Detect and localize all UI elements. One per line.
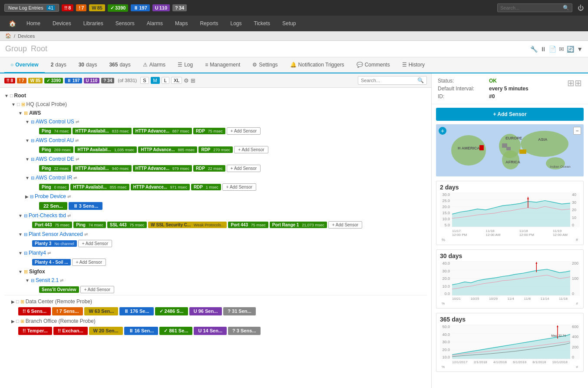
- power-icon[interactable]: ⏻: [578, 4, 584, 11]
- aws-ir-add-sensor[interactable]: + Add Sensor: [222, 183, 256, 191]
- dc-badge-gray[interactable]: ? 31 Sen...: [223, 307, 255, 315]
- datacenter-expand[interactable]: ▶: [11, 299, 15, 304]
- nav-setup[interactable]: Setup: [276, 16, 302, 31]
- badge-gray-unknown[interactable]: ? 34: [172, 4, 187, 11]
- probe-device-badge-green[interactable]: 22 Sen...: [39, 202, 67, 210]
- planty4-expand[interactable]: ▼: [18, 251, 23, 255]
- size-m[interactable]: M: [151, 77, 160, 84]
- toolbar-badge-purple[interactable]: U 110: [84, 78, 100, 83]
- aws-ir-http-adv[interactable]: HTTP Advance... 971 msec: [131, 184, 190, 190]
- document-icon[interactable]: 📄: [549, 46, 556, 53]
- sensit-node[interactable]: ▼ ⊟ Sensit 2.1 ⇌: [25, 276, 427, 285]
- map-zoom-in[interactable]: +: [439, 127, 446, 135]
- nav-tickets[interactable]: Tickets: [248, 16, 277, 31]
- toolbar-search-input[interactable]: [361, 78, 417, 83]
- badge-purple-unknown[interactable]: U 110: [152, 4, 170, 11]
- aws-group-node[interactable]: ▼ ⊞ AWS: [18, 109, 427, 117]
- branch-node[interactable]: ▶ □ ⊞ Branch Office (Remote Probe): [11, 317, 427, 325]
- badge-orange-warn[interactable]: ! 7: [76, 4, 86, 11]
- nav-sensors[interactable]: Sensors: [109, 16, 141, 31]
- dc-badge-blue[interactable]: ⏸ 176 Se...: [119, 307, 153, 315]
- branch-badge-exchan[interactable]: !! Exchan...: [53, 327, 88, 335]
- aws-de-http-avail[interactable]: HTTP Availabil... 940 msec: [73, 165, 131, 172]
- aws-us-http-adv[interactable]: HTTP Advance... 887 msec: [133, 128, 192, 134]
- port-443-2[interactable]: Port 443 75 msec: [228, 222, 268, 228]
- dc-badge-green[interactable]: ✓ 2486 S...: [155, 307, 188, 315]
- new-log-button[interactable]: New Log Entries 41: [4, 4, 59, 12]
- plant-sensor-node[interactable]: ▼ ⊟ Plant Sensor Advanced ⇌: [18, 230, 427, 239]
- datacenter-node[interactable]: ▶ □ ⊞ Data Center (Remote Probe): [11, 297, 427, 306]
- aws-us-ping[interactable]: Ping 74 msec: [39, 128, 71, 134]
- port-range-1[interactable]: Port Range 1 21,073 msec: [270, 222, 327, 228]
- aws-ir-ping[interactable]: Ping 0 msec: [39, 184, 69, 190]
- nav-alarms[interactable]: Alarms: [141, 16, 169, 31]
- dc-badge-purple[interactable]: U 96 Sen...: [189, 307, 222, 315]
- tab-30days[interactable]: 30 days: [73, 57, 103, 73]
- sensit-expand[interactable]: ▼: [25, 278, 30, 283]
- planty4-soil[interactable]: Planty 4 - Soil ...: [32, 259, 71, 265]
- root-expand-icon[interactable]: ▼: [4, 93, 9, 98]
- aws-ir-expand[interactable]: ▼: [25, 176, 30, 180]
- probe-device-badge-blue[interactable]: ⏸ 3 Sens...: [69, 202, 103, 210]
- email-icon[interactable]: ✉: [559, 46, 564, 53]
- port-443[interactable]: Port 443 75 msec: [32, 222, 72, 228]
- hq-expand-icon[interactable]: ▼: [11, 102, 16, 107]
- grid-icon[interactable]: ⊞: [191, 77, 195, 84]
- aws-de-rdp[interactable]: RDP 22 msec: [193, 165, 225, 172]
- plant-sensor-expand[interactable]: ▼: [18, 232, 23, 237]
- aws-ir-rdp[interactable]: RDP 1 msec: [191, 184, 221, 190]
- port-checks-expand[interactable]: ▼: [18, 213, 23, 218]
- badge-green-ok[interactable]: ✓ 3390: [108, 4, 128, 12]
- aws-expand-icon[interactable]: ▼: [18, 111, 23, 116]
- map-zoom-out[interactable]: −: [573, 127, 581, 135]
- badge-red-down[interactable]: !! 8: [62, 4, 73, 11]
- aws-au-add-sensor[interactable]: + Add Sensor: [234, 146, 268, 153]
- probe-device-expand[interactable]: ▶: [25, 194, 29, 199]
- nav-home-label[interactable]: Home: [20, 16, 46, 31]
- branch-badge-gray[interactable]: ? 3 Sens...: [228, 327, 260, 335]
- nav-libraries[interactable]: Libraries: [77, 16, 109, 31]
- dc-badge-yellow[interactable]: W 63 Sen...: [84, 307, 118, 315]
- tab-2days[interactable]: 2 days: [45, 57, 73, 73]
- tab-comments[interactable]: 💬 Comments: [350, 57, 396, 73]
- size-s[interactable]: S: [140, 77, 149, 84]
- tab-365days[interactable]: 365 days: [103, 57, 136, 73]
- aws-us-expand[interactable]: ▼: [25, 119, 30, 124]
- probe-device-node[interactable]: ▶ ⊟ Probe Device ⇌: [25, 192, 427, 201]
- badge-yellow-warn[interactable]: W 85: [89, 4, 105, 11]
- size-xl[interactable]: XL: [171, 77, 182, 84]
- port-checks-add-sensor[interactable]: + Add Sensor: [328, 221, 362, 229]
- sensit-overview[interactable]: Sens'it Overview: [39, 286, 79, 293]
- sigfox-expand[interactable]: ▼: [18, 269, 23, 274]
- aws-au-http-avail[interactable]: HTTP Availabil... 1,035 msec: [75, 146, 137, 153]
- sensit-add-sensor[interactable]: + Add Sensor: [80, 286, 114, 293]
- tab-notification-triggers[interactable]: 🔔 Notification Triggers: [284, 57, 350, 73]
- tab-settings[interactable]: ⚙ Settings: [246, 57, 284, 73]
- dropdown-icon[interactable]: ▼: [577, 46, 583, 53]
- toolbar-search-icon[interactable]: 🔍: [417, 77, 424, 83]
- aws-us-http-avail[interactable]: HTTP Availabil... 833 msec: [73, 128, 131, 134]
- planty4-add-sensor[interactable]: + Add Sensor: [72, 259, 106, 266]
- tab-management[interactable]: ≡ Management: [199, 57, 246, 73]
- branch-badge-purple[interactable]: U 14 Sen...: [194, 327, 227, 335]
- toolbar-badge-yellow[interactable]: W 85: [28, 78, 43, 83]
- aws-de-http-adv[interactable]: HTTP Advance... 979 msec: [133, 165, 192, 172]
- size-l[interactable]: L: [162, 77, 169, 84]
- branch-expand[interactable]: ▶: [11, 319, 15, 324]
- aws-au-node[interactable]: ▼ ⊟ AWS Control AU ⇌: [25, 136, 427, 145]
- dc-badge-orange[interactable]: ! 7 Sens...: [52, 307, 83, 315]
- aws-de-node[interactable]: ▼ ⊟ AWS Control DE ⇌: [25, 155, 427, 163]
- wrench-icon[interactable]: 🔧: [530, 46, 538, 53]
- planty3[interactable]: Planty 3 No channel: [32, 240, 77, 247]
- port-checks-node[interactable]: ▼ ⊟ Port-Checks tbd ⇌: [18, 211, 427, 220]
- root-node[interactable]: ▼ □ Root: [4, 91, 427, 100]
- branch-badge-blue[interactable]: ⏸ 16 Sen...: [124, 327, 159, 335]
- planty4-node[interactable]: ▼ ⊟ Planty4 ⇌: [18, 249, 427, 257]
- tab-log[interactable]: ☰ Log: [172, 57, 199, 73]
- tab-overview[interactable]: ○ Overview: [4, 57, 45, 73]
- aws-au-http-adv[interactable]: HTTP Advance... 885 msec: [138, 146, 197, 153]
- nav-reports[interactable]: Reports: [194, 16, 224, 31]
- ssl-security[interactable]: W SSL Security C... Weak Protocols...: [148, 222, 227, 228]
- aws-au-ping[interactable]: Ping 269 msec: [39, 146, 73, 153]
- top-search-input[interactable]: [500, 5, 561, 10]
